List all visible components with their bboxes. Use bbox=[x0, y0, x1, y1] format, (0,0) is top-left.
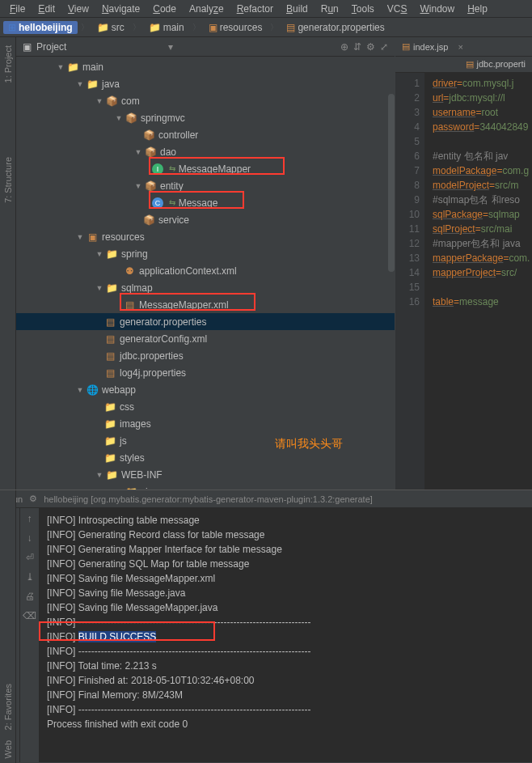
menu-view[interactable]: View bbox=[63, 2, 94, 16]
sidebar-tab-web[interactable]: Web bbox=[2, 735, 15, 763]
project-icon: ▣ bbox=[23, 41, 32, 53]
tree-item-spring[interactable]: ▼📁spring bbox=[16, 245, 395, 262]
chevron-icon: 〉 bbox=[81, 22, 89, 33]
sidebar-tab-project[interactable]: 1: Project bbox=[2, 40, 15, 87]
tree-item-msgmapperxml[interactable]: ▤MessageMapper.xml bbox=[16, 296, 395, 313]
tree-item-css[interactable]: 📁css bbox=[16, 398, 395, 415]
settings-icon[interactable]: ⚙ bbox=[366, 41, 375, 53]
menu-window[interactable]: Window bbox=[415, 2, 459, 16]
chevron-icon: 〉 bbox=[192, 22, 201, 33]
hide-icon[interactable]: ⤢ bbox=[380, 41, 388, 53]
print-button[interactable]: 🖨 bbox=[23, 589, 37, 604]
tree-item-genprops[interactable]: ▤generator.properties bbox=[16, 313, 395, 330]
breadcrumb-main[interactable]: 📁 main bbox=[144, 22, 189, 33]
menu-tools[interactable]: Tools bbox=[347, 2, 379, 16]
tree-item-entity[interactable]: ▼📦entity bbox=[16, 177, 395, 194]
tree-item-jdbcprops[interactable]: ▤jdbc.properties bbox=[16, 347, 395, 364]
tree-item-controller[interactable]: 📦controller bbox=[16, 126, 395, 143]
run-panel: Run ⚙ hellobeijing [org.mybatis.generato… bbox=[0, 490, 532, 762]
locate-icon[interactable]: ⊕ bbox=[340, 41, 348, 53]
gear-icon[interactable]: ⚙ bbox=[29, 494, 37, 504]
menu-edit[interactable]: Edit bbox=[33, 2, 60, 16]
menu-build[interactable]: Build bbox=[281, 2, 313, 16]
project-panel-title: Project bbox=[36, 41, 66, 53]
left-sidebar-bottom: Web 2: Favorites bbox=[0, 490, 16, 763]
menu-navigate[interactable]: Navigate bbox=[97, 2, 145, 16]
up-button[interactable]: ↑ bbox=[23, 511, 37, 526]
wrap-button[interactable]: ⏎ bbox=[23, 550, 37, 565]
editor-subtabs: ▤ jdbc.properti bbox=[395, 57, 532, 73]
line-gutter: 12345678910111213141516 bbox=[395, 73, 424, 490]
menu-code[interactable]: Code bbox=[148, 2, 181, 16]
run-toolbar-inner: ↑ ↓ ⏎ ⤓ 🖨 ⌫ bbox=[19, 508, 39, 762]
breadcrumb-project[interactable]: ⊞ hellobeijing bbox=[3, 21, 78, 34]
menu-refactor[interactable]: Refactor bbox=[232, 2, 278, 16]
collapse-icon[interactable]: ⇵ bbox=[353, 41, 361, 53]
breadcrumb-file[interactable]: ▤ generator.properties bbox=[281, 22, 389, 33]
tree-item-images[interactable]: 📁images bbox=[16, 415, 395, 432]
dropdown-icon[interactable]: ▾ bbox=[168, 41, 173, 53]
breadcrumb-resources[interactable]: ▣ resources bbox=[204, 22, 268, 33]
tree-item-styles[interactable]: 📁styles bbox=[16, 449, 395, 466]
tree-item-views[interactable]: ▶📁views bbox=[16, 483, 395, 490]
tree-item-sqlmap[interactable]: ▼📁sqlmap bbox=[16, 279, 395, 296]
tree-item-com[interactable]: ▼📦com bbox=[16, 92, 395, 109]
tree-item-webinf[interactable]: ▼📁WEB-INF bbox=[16, 466, 395, 483]
breadcrumb-src[interactable]: 📁 src bbox=[92, 22, 129, 33]
project-panel: ▣ Project ▾ ⊕ ⇵ ⚙ ⤢ ▼📁main ▼📁java ▼📦com … bbox=[16, 37, 395, 490]
editor-tab-index[interactable]: ▤index.jsp× bbox=[402, 41, 463, 52]
breadcrumb: ⊞ hellobeijing 〉 📁 src 〉 📁 main 〉 ▣ reso… bbox=[0, 18, 532, 37]
main-menu: FFileile Edit View Navigate Code Analyze… bbox=[0, 0, 532, 18]
tree-item-java[interactable]: ▼📁java bbox=[16, 75, 395, 92]
tree-item-genconfig[interactable]: ▤generatorConfig.xml bbox=[16, 330, 395, 347]
menu-run[interactable]: Run bbox=[316, 2, 344, 16]
tree-item-dao[interactable]: ▼📦dao bbox=[16, 143, 395, 160]
code-editor[interactable]: driver=com.mysql.j url=jdbc:mysql://l us… bbox=[424, 73, 530, 490]
tree-item-message[interactable]: C ⇆ Message bbox=[16, 194, 395, 211]
chevron-icon: 〉 bbox=[133, 22, 141, 33]
watermark-text: 请叫我头头哥 bbox=[275, 437, 343, 451]
down-button[interactable]: ↓ bbox=[23, 531, 37, 545]
tree-item-appcontext[interactable]: ⚉applicationContext.xml bbox=[16, 262, 395, 279]
clear-button[interactable]: ⌫ bbox=[23, 608, 37, 623]
run-header: Run ⚙ hellobeijing [org.mybatis.generato… bbox=[0, 490, 532, 508]
tree-item-resources[interactable]: ▼▣resources bbox=[16, 228, 395, 245]
editor-tab-jdbc[interactable]: ▤ jdbc.properti bbox=[466, 59, 526, 70]
tree-item-messagemapper[interactable]: I ⇆ MessageMapper bbox=[16, 160, 395, 177]
tree-item-log4j[interactable]: ▤log4j.properties bbox=[16, 364, 395, 381]
scroll-button[interactable]: ⤓ bbox=[23, 570, 37, 584]
editor-tabs: ▤index.jsp× bbox=[395, 37, 532, 57]
tree-item-webapp[interactable]: ▼🌐webapp bbox=[16, 381, 395, 398]
project-tree: ▼📁main ▼📁java ▼📦com ▼📦springmvc 📦control… bbox=[16, 57, 395, 490]
tree-item-main[interactable]: ▼📁main bbox=[16, 58, 395, 75]
console-output[interactable]: [INFO] Introspecting table message [INFO… bbox=[39, 508, 532, 762]
close-icon[interactable]: × bbox=[458, 42, 462, 52]
tree-item-service[interactable]: 📦service bbox=[16, 211, 395, 228]
menu-file[interactable]: FFileile bbox=[5, 2, 30, 16]
run-config-name: hellobeijing [org.mybatis.generator:myba… bbox=[44, 494, 373, 504]
chevron-icon: 〉 bbox=[270, 22, 278, 33]
sidebar-tab-favorites[interactable]: 2: Favorites bbox=[2, 679, 15, 735]
sidebar-tab-structure[interactable]: 7: Structure bbox=[2, 152, 15, 208]
tree-item-springmvc[interactable]: ▼📦springmvc bbox=[16, 109, 395, 126]
editor-area: ▤index.jsp× ▤ jdbc.properti 123456789101… bbox=[395, 37, 532, 490]
menu-vcs[interactable]: VCS bbox=[382, 2, 412, 16]
menu-help[interactable]: Help bbox=[462, 2, 492, 16]
project-panel-header: ▣ Project ▾ ⊕ ⇵ ⚙ ⤢ bbox=[16, 37, 395, 57]
menu-analyze[interactable]: Analyze bbox=[184, 2, 229, 16]
left-sidebar: 1: Project 7: Structure bbox=[0, 37, 16, 490]
scrollbar-thumb[interactable] bbox=[388, 94, 395, 272]
